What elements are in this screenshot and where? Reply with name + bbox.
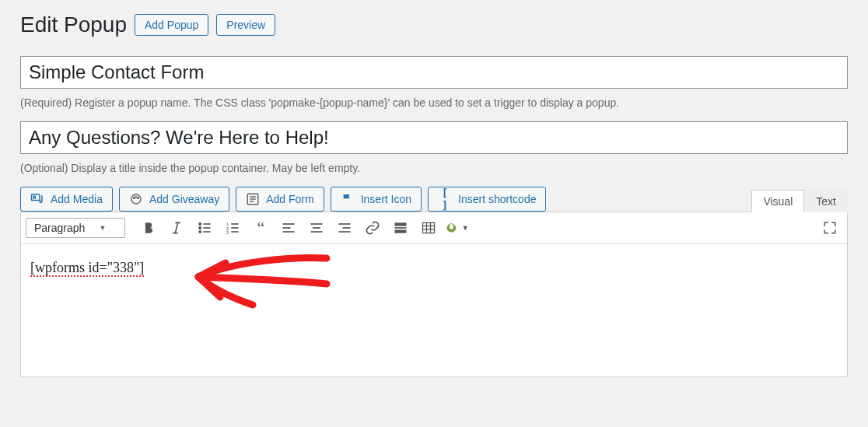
annotation-arrow-icon xyxy=(183,249,338,311)
insert-shortcode-button[interactable]: [ ] Insert shortcode xyxy=(428,187,546,212)
editor-toolbar: Paragraph 123 “ ▼ xyxy=(21,212,847,244)
align-center-button[interactable] xyxy=(304,215,329,240)
form-icon xyxy=(246,192,260,206)
align-left-button[interactable] xyxy=(276,215,301,240)
svg-text:3: 3 xyxy=(226,230,229,235)
link-button[interactable] xyxy=(360,215,385,240)
svg-rect-31 xyxy=(395,227,407,229)
svg-rect-33 xyxy=(423,222,435,233)
table-button[interactable] xyxy=(416,215,441,240)
svg-point-2 xyxy=(131,194,141,204)
editor-content-area[interactable]: [wpforms id="338"] xyxy=(21,244,847,376)
italic-button[interactable] xyxy=(164,215,189,240)
tab-visual[interactable]: Visual xyxy=(751,190,804,212)
add-giveaway-button[interactable]: Add Giveaway xyxy=(119,187,229,212)
page-title: Edit Popup xyxy=(20,9,127,40)
special-button[interactable]: ▼ xyxy=(444,215,469,240)
svg-point-3 xyxy=(134,198,135,199)
popup-name-description: (Required) Register a popup name. The CS… xyxy=(20,96,848,109)
add-media-button[interactable]: Add Media xyxy=(20,187,113,212)
format-select-label: Paragraph xyxy=(34,222,85,234)
svg-point-10 xyxy=(199,227,201,229)
svg-rect-32 xyxy=(395,230,407,233)
insert-shortcode-label: Insert shortcode xyxy=(458,193,536,205)
fullscreen-button[interactable] xyxy=(817,215,842,240)
popup-title-description: (Optional) Display a title inside the po… xyxy=(20,162,848,174)
camera-music-icon xyxy=(30,192,44,206)
svg-point-1 xyxy=(33,196,36,198)
insert-icon-label: Insert Icon xyxy=(361,193,411,205)
format-select[interactable]: Paragraph xyxy=(26,218,125,238)
bold-button[interactable] xyxy=(136,215,161,240)
svg-rect-30 xyxy=(395,222,407,226)
add-form-label: Add Form xyxy=(266,193,313,205)
popup-title-input[interactable] xyxy=(20,121,848,154)
brackets-icon: [ ] xyxy=(438,192,452,206)
popup-name-input[interactable] xyxy=(20,56,848,89)
align-right-button[interactable] xyxy=(332,215,357,240)
add-giveaway-label: Add Giveaway xyxy=(149,193,219,205)
add-media-label: Add Media xyxy=(51,193,103,205)
numbered-list-button[interactable]: 123 xyxy=(220,215,245,240)
svg-point-11 xyxy=(199,231,201,233)
editor-container: Paragraph 123 “ ▼ [wpforms id="338"] xyxy=(20,212,848,377)
gift-icon xyxy=(129,192,143,206)
blockquote-button[interactable]: “ xyxy=(248,215,273,240)
svg-point-4 xyxy=(137,198,138,199)
svg-point-9 xyxy=(199,223,201,226)
flag-icon xyxy=(341,192,355,206)
editor-shortcode-text: [wpforms id="338"] xyxy=(30,260,144,277)
readmore-button[interactable] xyxy=(388,215,413,240)
add-popup-button[interactable]: Add Popup xyxy=(135,14,208,36)
insert-icon-button[interactable]: Insert Icon xyxy=(331,187,422,212)
preview-button[interactable]: Preview xyxy=(216,14,275,36)
add-form-button[interactable]: Add Form xyxy=(236,187,324,212)
bullet-list-button[interactable] xyxy=(192,215,217,240)
tab-text[interactable]: Text xyxy=(804,190,848,212)
